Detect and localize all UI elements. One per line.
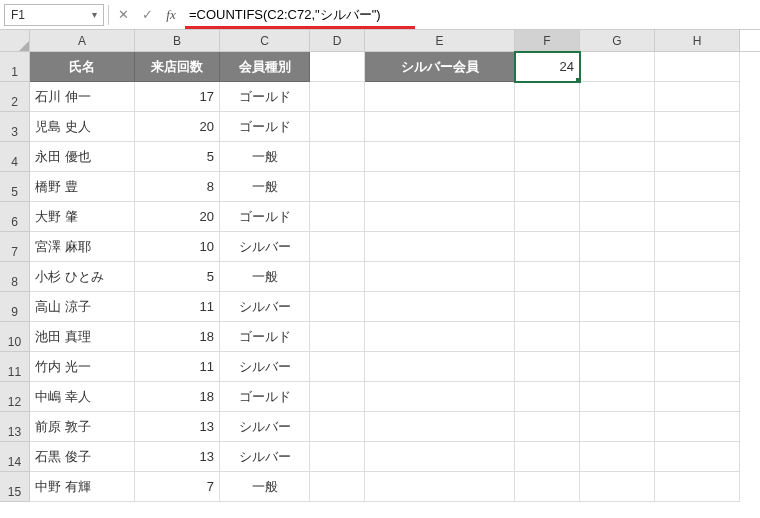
- cell-type[interactable]: 一般: [220, 262, 310, 292]
- cell-name[interactable]: 橋野 豊: [30, 172, 135, 202]
- cell-visits[interactable]: 18: [135, 322, 220, 352]
- cell-name[interactable]: 池田 真理: [30, 322, 135, 352]
- cell[interactable]: [580, 412, 655, 442]
- cell[interactable]: [310, 262, 365, 292]
- cell-visits[interactable]: 11: [135, 352, 220, 382]
- row-header[interactable]: 14: [0, 442, 30, 472]
- cell-name[interactable]: 永田 優也: [30, 142, 135, 172]
- cell[interactable]: [655, 232, 740, 262]
- cell[interactable]: [655, 442, 740, 472]
- fx-icon[interactable]: fx: [161, 5, 181, 25]
- formula-input[interactable]: [185, 5, 756, 24]
- cell[interactable]: [310, 412, 365, 442]
- cell[interactable]: [580, 52, 655, 82]
- cell[interactable]: [365, 292, 515, 322]
- row-header[interactable]: 8: [0, 262, 30, 292]
- cell[interactable]: [655, 292, 740, 322]
- col-header-f[interactable]: F: [515, 30, 580, 51]
- cell-name[interactable]: 中嶋 幸人: [30, 382, 135, 412]
- cell[interactable]: [515, 412, 580, 442]
- accept-icon[interactable]: ✓: [137, 5, 157, 25]
- cell[interactable]: [655, 382, 740, 412]
- cell-name[interactable]: 宮澤 麻耶: [30, 232, 135, 262]
- cell-visits[interactable]: 17: [135, 82, 220, 112]
- cell[interactable]: [515, 202, 580, 232]
- header-name[interactable]: 氏名: [30, 52, 135, 82]
- cell[interactable]: [655, 82, 740, 112]
- cell[interactable]: [365, 382, 515, 412]
- row-header[interactable]: 6: [0, 202, 30, 232]
- cell[interactable]: [310, 52, 365, 82]
- cell[interactable]: [580, 292, 655, 322]
- cell[interactable]: [365, 472, 515, 502]
- cell-type[interactable]: シルバー: [220, 352, 310, 382]
- cell-name[interactable]: 中野 有輝: [30, 472, 135, 502]
- cell[interactable]: [365, 202, 515, 232]
- cell[interactable]: [655, 322, 740, 352]
- cell-visits[interactable]: 7: [135, 472, 220, 502]
- cell[interactable]: [580, 382, 655, 412]
- row-header[interactable]: 1: [0, 52, 30, 82]
- cancel-icon[interactable]: ✕: [113, 5, 133, 25]
- cell[interactable]: [310, 82, 365, 112]
- cell-type[interactable]: ゴールド: [220, 112, 310, 142]
- cell[interactable]: [310, 232, 365, 262]
- header-visits[interactable]: 来店回数: [135, 52, 220, 82]
- cell[interactable]: [365, 112, 515, 142]
- cell-visits[interactable]: 5: [135, 262, 220, 292]
- header-silver[interactable]: シルバー会員: [365, 52, 515, 82]
- cell[interactable]: [365, 262, 515, 292]
- col-header-a[interactable]: A: [30, 30, 135, 51]
- row-header[interactable]: 15: [0, 472, 30, 502]
- row-header[interactable]: 3: [0, 112, 30, 142]
- cell[interactable]: [310, 472, 365, 502]
- cell-visits[interactable]: 13: [135, 442, 220, 472]
- cell[interactable]: [310, 322, 365, 352]
- cell[interactable]: [515, 382, 580, 412]
- chevron-down-icon[interactable]: ▾: [92, 9, 97, 20]
- cell[interactable]: [580, 352, 655, 382]
- cell[interactable]: [580, 442, 655, 472]
- cell-type[interactable]: 一般: [220, 472, 310, 502]
- cell-type[interactable]: 一般: [220, 142, 310, 172]
- cell[interactable]: [655, 412, 740, 442]
- cell-type[interactable]: ゴールド: [220, 82, 310, 112]
- row-header[interactable]: 7: [0, 232, 30, 262]
- cell[interactable]: [655, 52, 740, 82]
- cell[interactable]: [655, 112, 740, 142]
- cell[interactable]: [515, 322, 580, 352]
- cell-name[interactable]: 石川 伸一: [30, 82, 135, 112]
- cell[interactable]: [310, 112, 365, 142]
- cell[interactable]: [310, 292, 365, 322]
- cell[interactable]: [365, 352, 515, 382]
- cell-type[interactable]: シルバー: [220, 232, 310, 262]
- cell-visits[interactable]: 18: [135, 382, 220, 412]
- select-all-corner[interactable]: [0, 30, 30, 51]
- cell[interactable]: [580, 232, 655, 262]
- cell[interactable]: [580, 172, 655, 202]
- cell[interactable]: [515, 292, 580, 322]
- cell[interactable]: [515, 262, 580, 292]
- cell-visits[interactable]: 13: [135, 412, 220, 442]
- cell[interactable]: [655, 262, 740, 292]
- col-header-c[interactable]: C: [220, 30, 310, 51]
- cell-name[interactable]: 小杉 ひとみ: [30, 262, 135, 292]
- cell[interactable]: [580, 82, 655, 112]
- cell-type[interactable]: シルバー: [220, 292, 310, 322]
- col-header-g[interactable]: G: [580, 30, 655, 51]
- cell[interactable]: [310, 382, 365, 412]
- cell-name[interactable]: 高山 涼子: [30, 292, 135, 322]
- cell-name[interactable]: 大野 肇: [30, 202, 135, 232]
- cell[interactable]: [365, 322, 515, 352]
- cell[interactable]: [365, 232, 515, 262]
- row-header[interactable]: 2: [0, 82, 30, 112]
- cell-visits[interactable]: 11: [135, 292, 220, 322]
- cell[interactable]: [580, 472, 655, 502]
- cell[interactable]: [310, 442, 365, 472]
- cell[interactable]: [310, 202, 365, 232]
- cell[interactable]: [655, 172, 740, 202]
- cell[interactable]: [365, 172, 515, 202]
- cell-visits[interactable]: 20: [135, 112, 220, 142]
- row-header[interactable]: 5: [0, 172, 30, 202]
- cell[interactable]: [365, 82, 515, 112]
